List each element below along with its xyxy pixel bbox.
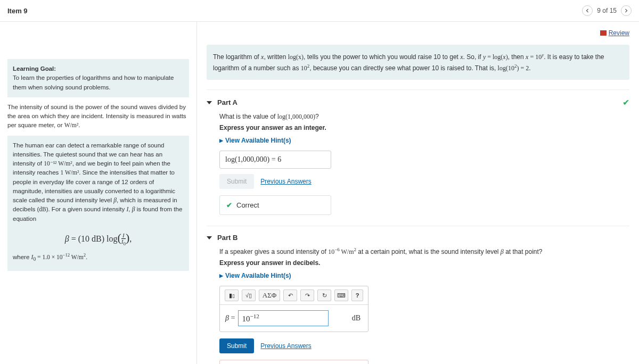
part-b-instructions: Express your answer in decibels. (219, 259, 629, 267)
part-a-answer-display: log(1,000,000) = 6 (219, 151, 331, 169)
caret-down-icon (207, 236, 212, 239)
part-a-previous-answers-link[interactable]: Previous Answers (260, 178, 311, 185)
item-position: 9 of 15 (597, 7, 617, 14)
part-b-header[interactable]: Part B (207, 234, 237, 242)
part-b-answer-input[interactable]: 10−12 (238, 310, 329, 326)
greek-letters-button[interactable]: ΑΣΦ (259, 289, 280, 301)
part-a-submit-button: Submit (219, 174, 254, 189)
flag-icon (600, 30, 607, 36)
caret-down-icon (207, 101, 212, 104)
part-b-previous-answers-link[interactable]: Previous Answers (260, 342, 311, 350)
item-title: Item 9 (7, 7, 28, 15)
part-b-answer-widget: ▮▯ √▯ ΑΣΦ ↶ ↷ ↻ ⌨ ? β = 10−12 dB (219, 286, 368, 332)
review-link[interactable]: Review (600, 29, 629, 37)
part-b-hints-toggle[interactable]: View Available Hint(s) (219, 272, 629, 279)
sqrt-tool-button[interactable]: √▯ (242, 289, 256, 301)
part-a: Part A ✔ What is the value of log(1,000,… (207, 89, 629, 215)
part-b: Part B If a speaker gives a sound intens… (207, 226, 629, 364)
equation-toolbar: ▮▯ √▯ ΑΣΦ ↶ ↷ ↻ ⌨ ? (220, 286, 368, 305)
page-header: Item 9 9 of 15 (0, 0, 639, 22)
learning-goal-sidebar: Learning Goal: To learn the properties o… (0, 22, 197, 364)
intensity-definition: The intensity of sound is the power of t… (7, 97, 189, 136)
keyboard-button[interactable]: ⌨ (334, 289, 348, 301)
learning-goal-heading: Learning Goal: (13, 65, 56, 72)
part-b-submit-button[interactable]: Submit (219, 338, 254, 353)
learning-goal-text: To learn the properties of logarithms an… (13, 75, 174, 90)
logarithm-intro: The logarithm of x, written log(x), tell… (207, 45, 629, 80)
next-item-button[interactable] (621, 5, 632, 16)
reset-button[interactable]: ↻ (317, 289, 331, 301)
redo-button[interactable]: ↷ (300, 289, 314, 301)
learning-goal-box: Learning Goal: To learn the properties o… (7, 59, 189, 97)
check-icon: ✔ (226, 201, 232, 209)
part-a-instructions: Express your answer as an integer. (219, 124, 629, 131)
part-a-hints-toggle[interactable]: View Available Hint(s) (219, 137, 629, 144)
part-a-correct-feedback: ✔ Correct (219, 195, 331, 215)
help-button[interactable]: ? (351, 289, 363, 301)
background-box: The human ear can detect a remarkable ra… (7, 136, 189, 271)
part-b-incorrect-feedback: ✖ Incorrect; Try Again; 2 attempts remai… (219, 360, 368, 364)
check-icon: ✔ (622, 97, 629, 107)
part-a-question: What is the value of log(1,000,000)? (219, 113, 629, 121)
part-a-header[interactable]: Part A (207, 98, 237, 106)
content-area: Review The logarithm of x, written log(x… (197, 22, 639, 364)
part-b-question: If a speaker gives a sound intensity of … (219, 247, 629, 256)
prev-item-button[interactable] (582, 5, 593, 16)
beta-equation: β = (10 dB) log(II0), (13, 229, 184, 247)
beta-label: β = (225, 314, 235, 322)
unit-label: dB (352, 314, 363, 322)
item-nav: 9 of 15 (582, 5, 632, 16)
template-tool-button[interactable]: ▮▯ (225, 289, 239, 301)
undo-button[interactable]: ↶ (283, 289, 297, 301)
